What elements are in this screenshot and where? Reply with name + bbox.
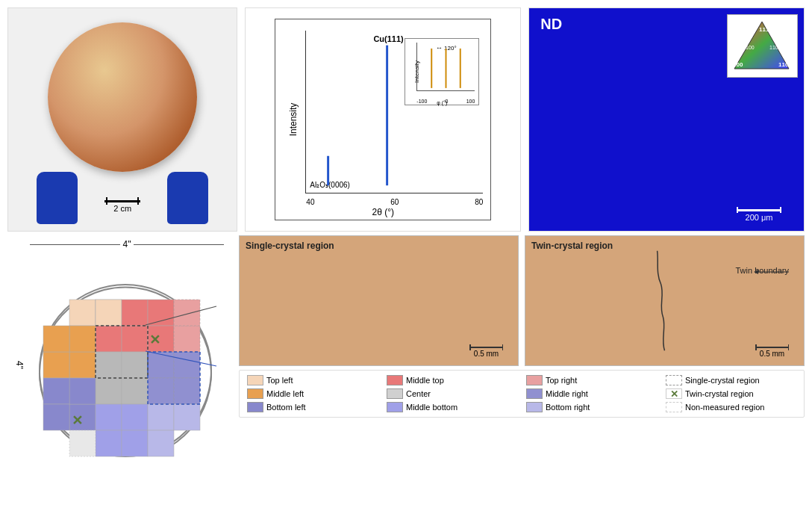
panel-a: 2 cm bbox=[7, 7, 237, 232]
svg-rect-16 bbox=[122, 326, 148, 352]
svg-rect-23 bbox=[69, 352, 96, 378]
svg-rect-40 bbox=[122, 404, 148, 430]
svg-text:110: 110 bbox=[769, 45, 778, 50]
svg-rect-21 bbox=[174, 326, 200, 352]
svg-rect-43 bbox=[148, 404, 174, 430]
legend-middle-left: Middle left bbox=[247, 388, 378, 399]
legend-middle-right: Middle right bbox=[526, 388, 657, 399]
svg-rect-44 bbox=[148, 430, 174, 456]
twin-crystal-panel: Twin-crystal region Twin boundary bbox=[525, 235, 805, 366]
svg-text:✕: ✕ bbox=[149, 332, 160, 347]
wafer-map-panel: 4" 4" bbox=[7, 235, 231, 502]
svg-rect-17 bbox=[96, 300, 122, 326]
dim-label-vertical: 4" bbox=[11, 250, 28, 480]
panel-b: Intensity 2θ (°) 406080 Al₂O₃(0006) Cu(1… bbox=[245, 7, 521, 232]
panel-c: ND 111 100 110 100 bbox=[528, 7, 805, 232]
svg-rect-46 bbox=[69, 430, 96, 456]
main-container: 2 cm Intensity 2θ (°) 406080 Al₂O₃(0006) bbox=[0, 0, 812, 508]
legend-panel: Top left Middle top Top right Single-cry… bbox=[239, 370, 805, 418]
svg-text:100: 100 bbox=[733, 61, 743, 68]
svg-rect-24 bbox=[43, 352, 69, 378]
legend-middle-bottom: Middle bottom bbox=[387, 402, 517, 412]
legend-non-measured: Non-measured region bbox=[666, 402, 796, 412]
svg-rect-45 bbox=[174, 404, 200, 430]
scale-single: 0.5 mm bbox=[474, 350, 499, 358]
legend-top-left: Top left bbox=[247, 375, 378, 385]
svg-rect-37 bbox=[43, 378, 69, 404]
legend-single-crystal: Single-crystal region bbox=[666, 375, 796, 385]
svg-rect-32 bbox=[174, 352, 200, 378]
svg-text:111: 111 bbox=[772, 30, 781, 35]
svg-rect-42 bbox=[122, 430, 148, 456]
svg-rect-33 bbox=[148, 378, 174, 404]
svg-marker-55 bbox=[754, 270, 758, 274]
top-row: 2 cm Intensity 2θ (°) 406080 Al₂O₃(0006) bbox=[0, 0, 812, 232]
single-crystal-title: Single-crystal region bbox=[246, 241, 334, 251]
svg-text:110: 110 bbox=[778, 61, 789, 68]
dim-label-horizontal: 4" bbox=[30, 239, 224, 250]
wafer-map-svg: ✕ ✕ bbox=[28, 277, 222, 471]
legend-middle-top: Middle top bbox=[387, 375, 517, 385]
svg-rect-34 bbox=[174, 378, 200, 404]
svg-rect-27 bbox=[96, 352, 122, 378]
legend-bottom-right: Bottom right bbox=[526, 402, 657, 412]
svg-text:111: 111 bbox=[759, 26, 769, 33]
svg-rect-19 bbox=[148, 300, 174, 326]
x-axis-label: 2θ (°) bbox=[372, 207, 394, 217]
svg-rect-41 bbox=[96, 430, 122, 456]
ipf-legend: 111 100 110 100 110 111 bbox=[727, 14, 798, 78]
bottom-row: 4" 4" bbox=[0, 232, 812, 508]
svg-rect-22 bbox=[174, 300, 200, 326]
nd-label: ND bbox=[540, 16, 562, 33]
legend-center: Center bbox=[387, 388, 517, 399]
svg-rect-13 bbox=[69, 300, 96, 326]
svg-rect-26 bbox=[43, 326, 69, 352]
svg-rect-29 bbox=[96, 378, 122, 404]
svg-rect-15 bbox=[96, 326, 122, 352]
legend-bottom-left: Bottom left bbox=[247, 402, 378, 412]
legend-top-right: Top right bbox=[526, 375, 657, 385]
legend-twin-crystal: ✕ Twin-crystal region bbox=[666, 388, 796, 399]
svg-rect-25 bbox=[69, 326, 96, 352]
svg-rect-36 bbox=[69, 378, 96, 404]
scale-bar-nd: 200 μm bbox=[737, 209, 781, 222]
y-axis-label: Intensity bbox=[289, 103, 299, 137]
svg-text:✕: ✕ bbox=[72, 413, 83, 428]
single-crystal-panel: Single-crystal region 0.5 mm bbox=[239, 235, 519, 366]
svg-rect-39 bbox=[96, 404, 122, 430]
svg-rect-30 bbox=[122, 378, 148, 404]
svg-rect-38 bbox=[43, 404, 69, 430]
svg-text:100: 100 bbox=[746, 45, 755, 50]
svg-rect-28 bbox=[122, 352, 148, 378]
scale-label-nd: 200 μm bbox=[746, 213, 773, 222]
scale-label-a: 2 cm bbox=[113, 204, 131, 213]
scale-twin: 0.5 mm bbox=[760, 350, 784, 358]
svg-rect-31 bbox=[148, 352, 174, 378]
svg-rect-18 bbox=[122, 300, 148, 326]
